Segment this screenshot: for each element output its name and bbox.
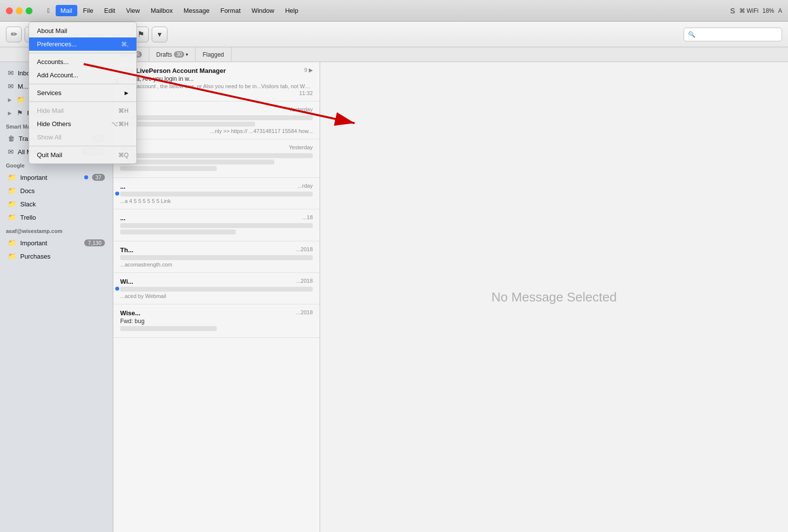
email-preview-blurred (120, 122, 255, 127)
email-item[interactable]: ... ...rday ...a 4 5 5 5 5 5 5 Link (113, 178, 320, 209)
email-preview: ...aced by Webmail (120, 293, 313, 299)
email-sender: ... Yesterday (120, 106, 313, 114)
compose-button[interactable]: ✏ (6, 27, 22, 42)
sidebar-slack-label: Slack (20, 200, 105, 208)
drafts-badge: 30 (174, 51, 184, 58)
mail2-icon: ✉ (8, 82, 14, 90)
menu-edit[interactable]: Edit (99, 5, 120, 16)
dropdown-accounts[interactable]: Accounts... (29, 55, 136, 68)
email-item[interactable]: To... Yesterday (113, 139, 320, 178)
sidebar-item-slack[interactable]: 📁 Slack (2, 198, 111, 210)
apple-menu[interactable]:  (42, 5, 55, 16)
trash-icon: 🗑 (8, 134, 15, 142)
menu-file[interactable]: File (78, 5, 98, 16)
close-button[interactable] (6, 7, 13, 14)
drafts-arrow-icon: ▾ (186, 52, 188, 57)
disclosure-icon-1: ▶ (8, 97, 12, 102)
window-controls (0, 7, 38, 14)
email-list: Your LivePerson Account Manager 9 ▶ Hi T… (113, 62, 320, 532)
email-item[interactable]: Wise... ...2018 Fwd: bug (113, 304, 320, 338)
wisestamp-label: asaf@wisestamp.com (0, 224, 113, 236)
dropdown-show-all: Show All (29, 131, 136, 144)
services-arrow-icon: ▶ (125, 90, 129, 96)
email-preview-blurred-2 (120, 166, 217, 171)
menu-mailbox[interactable]: Mailbox (146, 5, 178, 16)
menu-window[interactable]: Window (247, 5, 279, 16)
dropdown-about-mail[interactable]: About Mail (29, 24, 136, 37)
dropdown-preferences[interactable]: Preferences... ⌘, (29, 37, 136, 51)
hide-others-shortcut: ⌥⌘H (111, 121, 129, 128)
email-preview-blurred (120, 160, 274, 165)
battery-indicator: 18% (762, 7, 774, 14)
email-item[interactable]: ... Yesterday ...nly >> https:// ...4731… (113, 101, 320, 139)
tab-drafts[interactable]: Drafts 30 ▾ (149, 47, 196, 62)
quit-mail-shortcut: ⌘Q (118, 152, 129, 159)
maximize-button[interactable] (26, 7, 33, 14)
skype-icon[interactable]: S (730, 6, 735, 15)
account-icon[interactable]: A (778, 7, 782, 14)
sidebar-item-trello[interactable]: 📁 Trello (2, 211, 111, 224)
tab-flagged[interactable]: Flagged (196, 47, 231, 62)
email-item[interactable]: Wi... ...2018 ...aced by Webmail (113, 273, 320, 304)
email-item[interactable]: ... ...18 (113, 209, 320, 241)
email-timestamp: 11:32 (120, 90, 313, 96)
wifi-icon[interactable]: ⌘ WiFi (739, 7, 758, 14)
google-important-unread-dot (84, 175, 88, 179)
dropdown-add-account[interactable]: Add Account... (29, 68, 136, 82)
dropdown-services[interactable]: Services ▶ (29, 86, 136, 100)
email-sender: Wi... ...2018 (120, 278, 313, 285)
email-preview-blurred (120, 230, 236, 234)
menu-format[interactable]: Format (215, 5, 245, 16)
wisestamp-important-badge: 7,130 (84, 239, 105, 246)
dropdown-quit-mail[interactable]: Quit Mail ⌘Q (29, 148, 136, 162)
email-subject-blurred (120, 255, 313, 260)
wisestamp-important-icon: 📁 (8, 239, 16, 247)
detail-pane: No Message Selected (320, 62, 788, 532)
menu-view[interactable]: View (121, 5, 145, 16)
email-item[interactable]: Th... ...2018 ...acomastrength.com (113, 241, 320, 273)
email-sender: ... ...rday (120, 183, 313, 190)
dropdown-separator-2 (29, 84, 136, 84)
dropdown-hide-others[interactable]: Hide Others ⌥⌘H (29, 117, 136, 131)
menubar:  Mail File Edit View Mailbox Message Fo… (0, 0, 788, 22)
menu-help[interactable]: Help (280, 5, 303, 16)
sidebar-item-purchases[interactable]: 📁 Purchases (2, 250, 111, 263)
email-subject-blurred (120, 192, 313, 197)
search-bar[interactable]: 🔍 (684, 28, 782, 41)
email-preview: ...a 4 5 5 5 5 5 5 Link (120, 198, 313, 204)
email-preview-blurred (120, 326, 217, 331)
menubar-left:  Mail File Edit View Mailbox Message Fo… (38, 5, 307, 16)
preferences-shortcut: ⌘, (121, 41, 129, 48)
email-subject-blurred (120, 153, 313, 158)
email-sender: Your LivePerson Account Manager 9 ▶ (120, 67, 313, 74)
hide-mail-shortcut: ⌘H (118, 107, 129, 114)
sidebar-item-google-important[interactable]: 📁 Important 37 (2, 171, 111, 184)
sidebar-item-docs[interactable]: 📁 Docs (2, 184, 111, 197)
docs-icon: 📁 (8, 187, 16, 195)
email-sender: Wise... ...2018 (120, 309, 313, 317)
email-subject: Hi Talia, Are you login in w... (120, 75, 313, 82)
email-preview: ...your account , the below one, or Also… (120, 83, 313, 89)
sidebar-purchases-label: Purchases (20, 253, 105, 260)
email-subject-blurred (120, 115, 313, 120)
email-preview: ...acomastrength.com (120, 262, 313, 267)
sidebar-trello-label: Trello (20, 214, 105, 221)
search-icon: 🔍 (688, 31, 695, 38)
disclosure-icon-2: ▶ (8, 110, 12, 116)
email-subject-blurred (120, 287, 313, 292)
flag-dropdown-button[interactable]: ▾ (152, 27, 167, 42)
sidebar-item-wisestamp-important[interactable]: 📁 Important 7,130 (2, 236, 111, 249)
dropdown-separator-4 (29, 146, 136, 146)
no-message-label: No Message Selected (492, 290, 617, 305)
menu-message[interactable]: Message (179, 5, 215, 16)
menu-mail[interactable]: Mail (56, 5, 77, 16)
email-sender: To... Yesterday (120, 144, 313, 152)
email-subject: Fwd: bug (120, 318, 313, 325)
sidebar-google-important-label: Important (20, 174, 80, 181)
inbox-icon: ✉ (8, 69, 14, 77)
email-item[interactable]: Your LivePerson Account Manager 9 ▶ Hi T… (113, 62, 320, 101)
dropdown-separator-3 (29, 101, 136, 102)
sidebar-docs-label: Docs (20, 187, 105, 195)
minimize-button[interactable] (16, 7, 23, 14)
purchases-icon: 📁 (8, 252, 16, 260)
